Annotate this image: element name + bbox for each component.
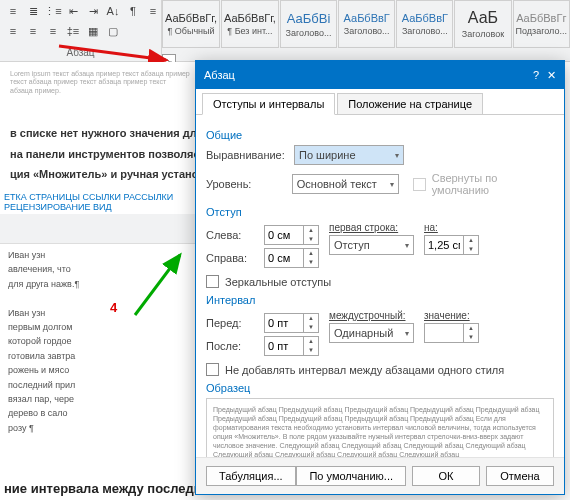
multilevel-icon[interactable]: ⋮≡	[44, 2, 62, 20]
indent-dec-icon[interactable]: ⇤	[64, 2, 82, 20]
pilcrow-icon[interactable]: ¶	[124, 2, 142, 20]
mini-ribbon: ЕТКА СТРАНИЦЫ ССЫЛКИ РАССЫЛКИ РЕЦЕНЗИРОВ…	[0, 190, 200, 439]
cancel-button[interactable]: Отмена	[486, 466, 554, 486]
help-icon[interactable]: ?	[533, 69, 539, 82]
alignment-label: Выравнивание:	[206, 149, 288, 161]
align-center-icon[interactable]: ≡	[4, 22, 22, 40]
mirror-checkbox[interactable]	[206, 275, 219, 288]
noadd-checkbox[interactable]	[206, 363, 219, 376]
style-subtitle[interactable]: АаБбВвГгПодзаголо...	[513, 0, 570, 48]
right-indent-input[interactable]: ▲▼	[264, 248, 319, 268]
linespacing-select[interactable]: Одинарный▾	[329, 323, 414, 343]
after-label: После:	[206, 340, 258, 352]
bottom-text: ние интервала между последними	[4, 481, 227, 496]
annotation-number: 4	[110, 300, 117, 315]
tab-position[interactable]: Положение на странице	[337, 93, 483, 114]
by-label: на:	[424, 222, 479, 233]
ribbon-group-label: Абзац	[4, 46, 157, 59]
sort-icon[interactable]: A↓	[104, 2, 122, 20]
collapse-checkbox[interactable]	[413, 178, 426, 191]
align-left-icon[interactable]: ≡	[144, 2, 162, 20]
group-preview: Образец	[206, 382, 554, 394]
group-common: Общие	[206, 129, 554, 141]
style-heading2[interactable]: АаБбВвГЗаголово...	[338, 0, 395, 48]
level-select[interactable]: Основной текст▾	[292, 174, 399, 194]
linespacing-label: междустрочный:	[329, 310, 414, 321]
before-input[interactable]: ▲▼	[264, 313, 319, 333]
group-indent: Отступ	[206, 206, 554, 218]
styles-gallery[interactable]: АаБбВвГг,¶ Обычный АаБбВвГг,¶ Без инт...…	[162, 0, 570, 61]
ok-button[interactable]: ОК	[412, 466, 480, 486]
value-label: значение:	[424, 310, 479, 321]
style-normal[interactable]: АаБбВвГг,¶ Обычный	[162, 0, 220, 48]
indent-inc-icon[interactable]: ⇥	[84, 2, 102, 20]
justify-icon[interactable]: ≡	[44, 22, 62, 40]
shading-icon[interactable]: ▦	[84, 22, 102, 40]
tabs-button[interactable]: Табуляция...	[206, 466, 296, 486]
right-label: Справа:	[206, 252, 258, 264]
left-indent-input[interactable]: ▲▼	[264, 225, 319, 245]
bullets-icon[interactable]: ≡	[4, 2, 22, 20]
group-spacing: Интервал	[206, 294, 554, 306]
level-label: Уровень:	[206, 178, 286, 190]
style-title[interactable]: АаБЗаголовок	[454, 0, 511, 48]
tab-indents[interactable]: Отступы и интервалы	[202, 93, 335, 115]
first-line-label: первая строка:	[329, 222, 414, 233]
left-label: Слева:	[206, 229, 258, 241]
numbering-icon[interactable]: ≣	[24, 2, 42, 20]
paragraph-dialog: Абзац ? ✕ Отступы и интервалы Положение …	[195, 60, 565, 495]
align-right-icon[interactable]: ≡	[24, 22, 42, 40]
before-label: Перед:	[206, 317, 258, 329]
after-input[interactable]: ▲▼	[264, 336, 319, 356]
value-input[interactable]: ▲▼	[424, 323, 479, 343]
preview-box: Предыдущий абзац Предыдущий абзац Предыд…	[206, 398, 554, 457]
first-line-select[interactable]: Отступ▾	[329, 235, 414, 255]
borders-icon[interactable]: ▢	[104, 22, 122, 40]
line-spacing-icon[interactable]: ‡≡	[64, 22, 82, 40]
dialog-title: Абзац	[204, 69, 235, 81]
style-nospacing[interactable]: АаБбВвГг,¶ Без инт...	[221, 0, 279, 48]
by-input[interactable]: ▲▼	[424, 235, 479, 255]
alignment-select[interactable]: По ширине▾	[294, 145, 404, 165]
close-icon[interactable]: ✕	[547, 69, 556, 82]
style-heading1[interactable]: АаБбВіЗаголово...	[280, 0, 337, 48]
default-button[interactable]: По умолчанию...	[296, 466, 406, 486]
style-heading3[interactable]: АаБбВвГЗаголово...	[396, 0, 453, 48]
